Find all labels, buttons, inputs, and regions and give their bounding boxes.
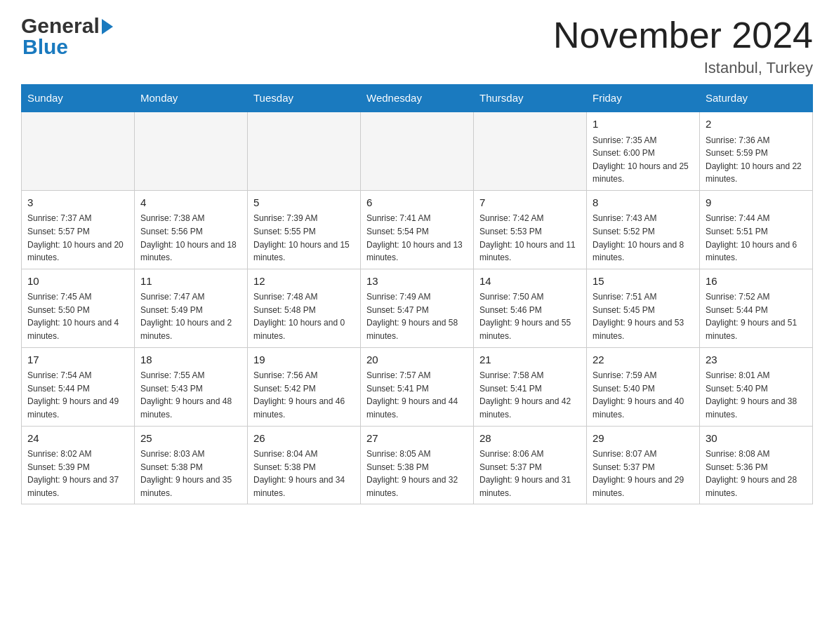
day-number: 16 [706, 274, 807, 290]
calendar-cell: 23Sunrise: 8:01 AMSunset: 5:40 PMDayligh… [700, 347, 813, 426]
day-info: Sunrise: 8:04 AMSunset: 5:38 PMDaylight:… [253, 448, 355, 499]
col-wednesday: Wednesday [361, 85, 474, 112]
day-number: 26 [253, 431, 355, 447]
logo-arrow-icon [102, 19, 113, 34]
calendar-cell: 10Sunrise: 7:45 AMSunset: 5:50 PMDayligh… [22, 269, 135, 347]
calendar-cell: 3Sunrise: 7:37 AMSunset: 5:57 PMDaylight… [22, 190, 135, 269]
calendar-week-3: 10Sunrise: 7:45 AMSunset: 5:50 PMDayligh… [22, 269, 813, 347]
day-number: 20 [366, 352, 468, 368]
calendar-cell: 22Sunrise: 7:59 AMSunset: 5:40 PMDayligh… [587, 347, 700, 426]
header-row: Sunday Monday Tuesday Wednesday Thursday… [22, 85, 813, 112]
calendar-cell: 25Sunrise: 8:03 AMSunset: 5:38 PMDayligh… [135, 426, 248, 504]
day-number: 18 [140, 352, 241, 368]
day-number: 30 [706, 431, 807, 447]
col-friday: Friday [587, 85, 700, 112]
day-number: 29 [593, 431, 694, 447]
day-number: 5 [253, 195, 355, 211]
calendar-cell [135, 112, 248, 190]
logo-text: General [21, 14, 113, 38]
calendar-week-2: 3Sunrise: 7:37 AMSunset: 5:57 PMDaylight… [22, 190, 813, 269]
calendar-week-4: 17Sunrise: 7:54 AMSunset: 5:44 PMDayligh… [22, 347, 813, 426]
logo: General Blue [21, 14, 113, 59]
col-tuesday: Tuesday [248, 85, 361, 112]
calendar-cell: 20Sunrise: 7:57 AMSunset: 5:41 PMDayligh… [361, 347, 474, 426]
day-info: Sunrise: 7:48 AMSunset: 5:48 PMDaylight:… [253, 290, 355, 342]
calendar-cell: 5Sunrise: 7:39 AMSunset: 5:55 PMDaylight… [248, 190, 361, 269]
day-number: 9 [706, 195, 807, 211]
day-number: 8 [593, 195, 694, 211]
day-number: 24 [27, 431, 128, 447]
day-info: Sunrise: 7:58 AMSunset: 5:41 PMDaylight:… [479, 369, 581, 421]
day-info: Sunrise: 7:36 AMSunset: 5:59 PMDaylight:… [706, 134, 807, 186]
day-info: Sunrise: 7:59 AMSunset: 5:40 PMDaylight:… [593, 369, 694, 421]
calendar-cell: 19Sunrise: 7:56 AMSunset: 5:42 PMDayligh… [248, 347, 361, 426]
day-number: 1 [593, 116, 694, 133]
day-number: 11 [140, 274, 241, 290]
calendar-table: Sunday Monday Tuesday Wednesday Thursday… [21, 84, 813, 504]
logo-blue-row: Blue [22, 35, 68, 59]
day-info: Sunrise: 7:50 AMSunset: 5:46 PMDaylight:… [479, 290, 581, 342]
col-monday: Monday [135, 85, 248, 112]
day-info: Sunrise: 7:51 AMSunset: 5:45 PMDaylight:… [593, 290, 694, 342]
day-number: 10 [27, 274, 128, 290]
day-info: Sunrise: 8:02 AMSunset: 5:39 PMDaylight:… [27, 448, 128, 499]
calendar-cell: 9Sunrise: 7:44 AMSunset: 5:51 PMDaylight… [700, 190, 813, 269]
day-info: Sunrise: 7:38 AMSunset: 5:56 PMDaylight:… [140, 212, 241, 264]
calendar-cell: 13Sunrise: 7:49 AMSunset: 5:47 PMDayligh… [361, 269, 474, 347]
calendar-cell: 2Sunrise: 7:36 AMSunset: 5:59 PMDaylight… [700, 112, 813, 190]
day-info: Sunrise: 7:56 AMSunset: 5:42 PMDaylight:… [253, 369, 355, 421]
col-sunday: Sunday [22, 85, 135, 112]
day-number: 14 [479, 274, 581, 290]
day-number: 13 [366, 274, 468, 290]
calendar-cell [248, 112, 361, 190]
day-info: Sunrise: 7:47 AMSunset: 5:49 PMDaylight:… [140, 290, 241, 342]
day-number: 2 [706, 116, 807, 133]
day-number: 28 [479, 431, 581, 447]
calendar-cell: 30Sunrise: 8:08 AMSunset: 5:36 PMDayligh… [700, 426, 813, 504]
day-number: 21 [479, 352, 581, 368]
day-info: Sunrise: 7:49 AMSunset: 5:47 PMDaylight:… [366, 290, 468, 342]
day-number: 7 [479, 195, 581, 211]
day-info: Sunrise: 8:01 AMSunset: 5:40 PMDaylight:… [706, 369, 807, 421]
calendar-cell: 29Sunrise: 8:07 AMSunset: 5:37 PMDayligh… [587, 426, 700, 504]
day-number: 19 [253, 352, 355, 368]
header: General Blue November 2024 Istanbul, Tur… [21, 14, 813, 77]
day-number: 3 [27, 195, 128, 211]
calendar-cell: 15Sunrise: 7:51 AMSunset: 5:45 PMDayligh… [587, 269, 700, 347]
calendar-cell: 6Sunrise: 7:41 AMSunset: 5:54 PMDaylight… [361, 190, 474, 269]
calendar-cell: 7Sunrise: 7:42 AMSunset: 5:53 PMDaylight… [474, 190, 587, 269]
calendar-cell: 4Sunrise: 7:38 AMSunset: 5:56 PMDaylight… [135, 190, 248, 269]
day-info: Sunrise: 7:44 AMSunset: 5:51 PMDaylight:… [706, 212, 807, 264]
day-info: Sunrise: 7:39 AMSunset: 5:55 PMDaylight:… [253, 212, 355, 264]
day-number: 4 [140, 195, 241, 211]
day-info: Sunrise: 7:55 AMSunset: 5:43 PMDaylight:… [140, 369, 241, 421]
calendar-cell [22, 112, 135, 190]
day-info: Sunrise: 8:05 AMSunset: 5:38 PMDaylight:… [366, 448, 468, 499]
day-number: 15 [593, 274, 694, 290]
calendar-cell [361, 112, 474, 190]
logo-blue-text: Blue [22, 35, 68, 58]
calendar-cell: 16Sunrise: 7:52 AMSunset: 5:44 PMDayligh… [700, 269, 813, 347]
calendar-cell: 28Sunrise: 8:06 AMSunset: 5:37 PMDayligh… [474, 426, 587, 504]
calendar-cell: 27Sunrise: 8:05 AMSunset: 5:38 PMDayligh… [361, 426, 474, 504]
day-info: Sunrise: 8:06 AMSunset: 5:37 PMDaylight:… [479, 448, 581, 499]
title-area: November 2024 Istanbul, Turkey [553, 14, 813, 77]
day-info: Sunrise: 7:37 AMSunset: 5:57 PMDaylight:… [27, 212, 128, 264]
day-number: 23 [706, 352, 807, 368]
calendar-cell: 18Sunrise: 7:55 AMSunset: 5:43 PMDayligh… [135, 347, 248, 426]
day-info: Sunrise: 7:57 AMSunset: 5:41 PMDaylight:… [366, 369, 468, 421]
month-title: November 2024 [553, 14, 813, 56]
day-info: Sunrise: 7:41 AMSunset: 5:54 PMDaylight:… [366, 212, 468, 264]
calendar-cell: 24Sunrise: 8:02 AMSunset: 5:39 PMDayligh… [22, 426, 135, 504]
calendar-cell: 14Sunrise: 7:50 AMSunset: 5:46 PMDayligh… [474, 269, 587, 347]
calendar-week-5: 24Sunrise: 8:02 AMSunset: 5:39 PMDayligh… [22, 426, 813, 504]
calendar-cell: 11Sunrise: 7:47 AMSunset: 5:49 PMDayligh… [135, 269, 248, 347]
day-info: Sunrise: 8:03 AMSunset: 5:38 PMDaylight:… [140, 448, 241, 499]
location-title: Istanbul, Turkey [553, 59, 813, 77]
day-number: 22 [593, 352, 694, 368]
day-info: Sunrise: 8:08 AMSunset: 5:36 PMDaylight:… [706, 448, 807, 499]
calendar-cell: 8Sunrise: 7:43 AMSunset: 5:52 PMDaylight… [587, 190, 700, 269]
calendar-cell: 21Sunrise: 7:58 AMSunset: 5:41 PMDayligh… [474, 347, 587, 426]
day-number: 27 [366, 431, 468, 447]
calendar-cell: 12Sunrise: 7:48 AMSunset: 5:48 PMDayligh… [248, 269, 361, 347]
